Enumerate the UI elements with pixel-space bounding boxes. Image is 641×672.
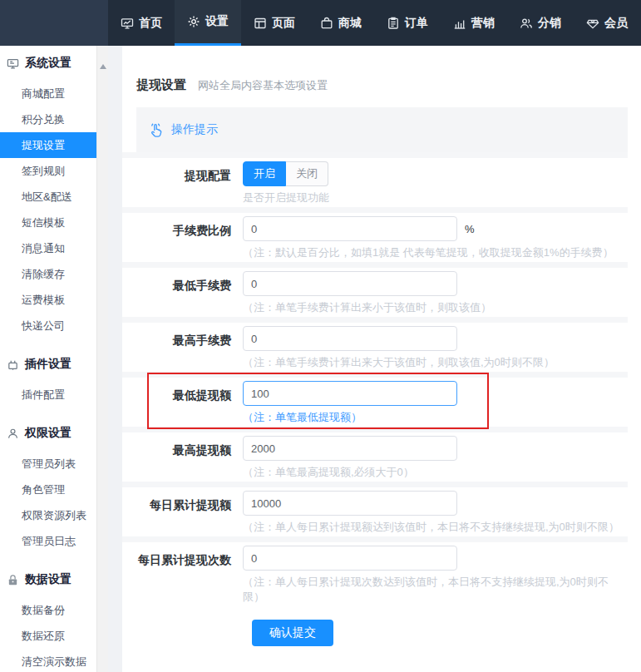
max-withdraw-input[interactable] xyxy=(243,436,457,461)
nav-item-settings[interactable]: 设置 xyxy=(175,0,241,46)
form-row-max-withdraw: 最高提现额 （注：单笔最高提现额,必须大于0） xyxy=(122,432,628,482)
form-row-daily-amount: 每日累计提现额 （注：单人每日累计提现额达到该值时，本日将不支持继续提现,为0时… xyxy=(122,487,628,536)
sidebar-item-role-management[interactable]: 角色管理 xyxy=(0,477,96,502)
daily-amount-input[interactable] xyxy=(243,491,457,516)
nav-item-member[interactable]: 会员 xyxy=(574,0,640,46)
nav-item-label: 会员 xyxy=(604,16,628,31)
field-tip: （注：单笔手续费计算出来小于该值时，则取该值） xyxy=(243,300,491,315)
field-tip: （注：单人每日累计提现次数达到该值时，本日将不支持继续提现,为0时则不限） xyxy=(243,575,628,605)
sidebar-item-mall-config[interactable]: 商城配置 xyxy=(0,81,96,106)
confirm-submit-button[interactable]: 确认提交 xyxy=(252,620,333,646)
toggle-off-button[interactable]: 关闭 xyxy=(286,161,328,186)
submit-area: 确认提交 xyxy=(122,612,628,646)
form-row-fee-ratio: 手续费比例 % （注：默认是百分比，如填1就是 代表每笔提现，收取提现金额1%的… xyxy=(122,213,628,262)
sidebar-group-title: 插件设置 xyxy=(0,347,108,382)
min-fee-input[interactable] xyxy=(243,271,457,296)
hand-pointer-icon xyxy=(148,122,164,138)
field-tip: 是否开启提现功能 xyxy=(243,190,329,205)
operation-tip-link[interactable]: 操作提示 xyxy=(171,122,218,137)
nav-items: 首页 设置 页面 商城 订单 营销 xyxy=(108,0,641,46)
form-row-min-fee: 最低手续费 （注：单笔手续费计算出来小于该值时，则取该值） xyxy=(122,268,628,317)
page-title: 提现设置 xyxy=(136,77,186,93)
member-icon xyxy=(586,17,599,30)
max-fee-input[interactable] xyxy=(243,326,457,351)
field-tip: （注：单笔最低提现额） xyxy=(243,410,457,425)
sidebar-item-withdraw-settings[interactable]: 提现设置 xyxy=(0,132,96,158)
fee-ratio-input[interactable] xyxy=(243,216,457,241)
distribution-icon xyxy=(520,17,533,30)
field-tip: （注：单笔手续费计算出来大于该值时，则取该值,为0时则不限） xyxy=(243,355,555,370)
withdraw-toggle: 开启 关闭 xyxy=(243,161,328,186)
orders-icon xyxy=(387,17,400,30)
sidebar-item-clear-demo-data[interactable]: 清空演示数据 xyxy=(0,649,96,672)
gear-icon xyxy=(187,15,200,28)
nav-item-label: 设置 xyxy=(205,14,229,29)
nav-item-distribution[interactable]: 分销 xyxy=(507,0,574,46)
nav-item-label: 页面 xyxy=(272,16,295,31)
field-label: 最高提现额 xyxy=(122,436,231,480)
field-label: 最低提现额 xyxy=(122,381,231,425)
daily-times-input[interactable] xyxy=(243,546,457,571)
field-label: 最低手续费 xyxy=(122,271,231,315)
sidebar-item-sms-template[interactable]: 短信模板 xyxy=(0,210,96,235)
sidebar-group-system: 系统设置 商城配置 积分兑换 提现设置 签到规则 地区&配送 短信模板 消息通知… xyxy=(0,46,108,338)
sidebar-item-region-delivery[interactable]: 地区&配送 xyxy=(0,184,96,210)
sidebar-item-signin-rules[interactable]: 签到规则 xyxy=(0,158,96,184)
lock-icon xyxy=(7,574,19,586)
field-tip: （注：默认是百分比，如填1就是 代表每笔提现，收取提现金额1%的手续费） xyxy=(243,245,614,260)
scroll-up-icon[interactable] xyxy=(100,64,106,69)
nav-item-pages[interactable]: 页面 xyxy=(241,0,308,46)
nav-item-marketing[interactable]: 营销 xyxy=(441,0,507,46)
field-tip: （注：单人每日累计提现额达到该值时，本日将不支持继续提现,为0时则不限） xyxy=(243,520,619,535)
page-subtitle: 网站全局内容基本选项设置 xyxy=(198,78,328,93)
body: 系统设置 商城配置 积分兑换 提现设置 签到规则 地区&配送 短信模板 消息通知… xyxy=(0,46,641,672)
sidebar-item-admin-list[interactable]: 管理员列表 xyxy=(0,451,96,477)
min-withdraw-input[interactable] xyxy=(243,381,457,406)
nav-item-orders[interactable]: 订单 xyxy=(374,0,441,46)
mall-icon xyxy=(320,17,333,30)
form-row-withdraw-config: 提现配置 开启 关闭 是否开启提现功能 xyxy=(122,158,628,207)
field-label: 最高手续费 xyxy=(122,326,231,370)
sidebar-item-data-backup[interactable]: 数据备份 xyxy=(0,597,96,623)
field-label: 手续费比例 xyxy=(122,216,231,260)
sidebar-item-express-company[interactable]: 快递公司 xyxy=(0,313,96,338)
form-row-daily-times: 每日累计提现次数 （注：单人每日累计提现次数达到该值时，本日将不支持继续提现,为… xyxy=(122,542,628,606)
withdraw-settings-form: 提现配置 开启 关闭 是否开启提现功能 手续费比例 % （注：默认是百分比，如 xyxy=(122,152,628,606)
nav-item-home[interactable]: 首页 xyxy=(108,0,175,46)
sidebar-group-plugin: 插件设置 插件配置 xyxy=(0,347,108,408)
logo-area xyxy=(0,0,108,46)
sidebar-group-title: 系统设置 xyxy=(0,46,108,81)
user-icon xyxy=(7,427,19,440)
nav-item-label: 分销 xyxy=(538,16,561,31)
sidebar-item-plugin-config[interactable]: 插件配置 xyxy=(0,382,96,408)
field-label: 每日累计提现次数 xyxy=(122,546,231,605)
sidebar-scrollbar[interactable] xyxy=(96,46,108,672)
sidebar-item-clear-cache[interactable]: 清除缓存 xyxy=(0,261,96,287)
home-icon xyxy=(121,17,134,30)
operation-tip-box: 操作提示 xyxy=(136,107,628,152)
content-gutter xyxy=(108,46,122,672)
plugin-icon xyxy=(7,358,19,371)
admin-app: 首页 设置 页面 商城 订单 营销 xyxy=(0,0,641,672)
monitor-icon xyxy=(7,57,19,70)
sidebar-item-admin-log[interactable]: 管理员日志 xyxy=(0,528,96,554)
sidebar-group-title: 数据设置 xyxy=(0,562,108,597)
percent-suffix: % xyxy=(465,223,475,235)
sidebar: 系统设置 商城配置 积分兑换 提现设置 签到规则 地区&配送 短信模板 消息通知… xyxy=(0,46,108,672)
main-content: 提现设置 网站全局内容基本选项设置 操作提示 提现配置 开启 关闭 是否开启提 xyxy=(122,46,641,672)
top-navbar: 首页 设置 页面 商城 订单 营销 xyxy=(0,0,641,46)
toggle-on-button[interactable]: 开启 xyxy=(243,161,286,186)
sidebar-item-message-notice[interactable]: 消息通知 xyxy=(0,235,96,261)
sidebar-group-title: 权限设置 xyxy=(0,416,108,451)
sidebar-item-data-restore[interactable]: 数据还原 xyxy=(0,623,96,649)
sidebar-item-freight-template[interactable]: 运费模板 xyxy=(0,287,96,313)
nav-item-mall[interactable]: 商城 xyxy=(308,0,374,46)
sidebar-group-data: 数据设置 数据备份 数据还原 清空演示数据 xyxy=(0,562,108,672)
sidebar-group-permission: 权限设置 管理员列表 角色管理 权限资源列表 管理员日志 xyxy=(0,416,108,554)
pages-icon xyxy=(254,17,267,30)
marketing-icon xyxy=(453,17,466,30)
nav-item-label: 首页 xyxy=(139,16,162,31)
nav-item-label: 营销 xyxy=(471,16,495,31)
sidebar-item-permission-resources[interactable]: 权限资源列表 xyxy=(0,502,96,528)
sidebar-item-points-exchange[interactable]: 积分兑换 xyxy=(0,106,96,132)
